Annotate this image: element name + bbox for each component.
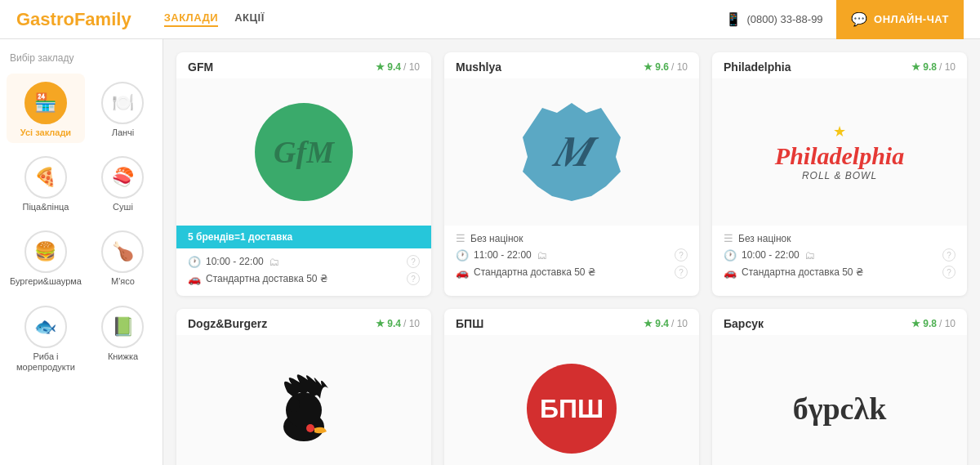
card-philadelphia-delivery: Стандартна доставка 50 ₴ bbox=[742, 266, 863, 278]
sidebar-item-pizza[interactable]: 🍕 Піца&пінца bbox=[7, 148, 85, 217]
card-philadelphia[interactable]: Philadelphia ★ 9.8 / 10 ★ Philadelphia R… bbox=[712, 52, 967, 296]
star-icon: ★ bbox=[376, 61, 385, 73]
card-bpsh-rating: ★ 9.4 / 10 bbox=[644, 318, 688, 329]
card-mushlya-delivery: Стандартна доставка 50 ₴ bbox=[474, 266, 595, 278]
card-philadelphia-hours: 10:00 - 22:00 bbox=[742, 249, 800, 261]
clock-icon: 🕐 bbox=[188, 256, 201, 268]
fish-icon: 🐟 bbox=[24, 306, 67, 348]
star-icon: ★ bbox=[911, 61, 920, 73]
card-gfm[interactable]: GFM ★ 9.4 / 10 GfM 5 брендів=1 доставка … bbox=[176, 52, 431, 296]
all-icon: 🏪 bbox=[24, 82, 67, 124]
card-bpsh-logo: БПШ bbox=[444, 335, 699, 465]
pizza-icon: 🍕 bbox=[24, 156, 67, 199]
card-icon: 🗂 bbox=[804, 249, 815, 262]
sidebar-item-meat[interactable]: 🍗 М'ясо bbox=[90, 222, 156, 292]
card-bpsh-name: БПШ bbox=[456, 317, 483, 330]
svg-point-2 bbox=[288, 396, 300, 413]
philadelphia-logo-mark: ★ Philadelphia ROLL & BOWL bbox=[775, 123, 904, 181]
burger-label: Бургери&шаурма bbox=[10, 276, 82, 287]
card-philadelphia-surcharge: Без націнок bbox=[738, 233, 791, 244]
card-mushlya-name: Mushlya bbox=[456, 60, 501, 74]
card-philadelphia-info: ☰ Без націнок 🕐 10:00 - 22:00 🗂 ? 🚗 Стан… bbox=[712, 226, 967, 289]
card-dogz-logo bbox=[176, 335, 431, 465]
card-gfm-hours: 10:00 - 22:00 bbox=[206, 256, 264, 267]
sidebar-item-all[interactable]: 🏪 Усі заклади bbox=[7, 74, 85, 143]
card-philadelphia-surcharge-row: ☰ Без націнок bbox=[724, 232, 956, 244]
lunch-icon: 🍽️ bbox=[101, 82, 144, 124]
card-mushlya-header: Mushlya ★ 9.6 / 10 bbox=[444, 52, 699, 78]
card-icon: 🗂 bbox=[537, 249, 547, 262]
book-label: Книжка bbox=[108, 351, 138, 362]
card-mushlya[interactable]: Mushlya ★ 9.6 / 10 𝑴 ☰ Без націнок bbox=[444, 52, 699, 296]
delivery-icon: 🚗 bbox=[188, 273, 201, 285]
card-philadelphia-header: Philadelphia ★ 9.8 / 10 bbox=[712, 52, 967, 78]
star-icon: ★ bbox=[644, 61, 653, 73]
card-gfm-info: 🕐 10:00 - 22:00 🗂 ? 🚗 Стандартна доставк… bbox=[176, 248, 431, 296]
book-icon: 📗 bbox=[101, 306, 144, 348]
star-icon: ★ bbox=[911, 318, 920, 329]
header: GastroFamily ЗАКЛАДИ АКЦІЇ 📱 (0800) 33-8… bbox=[0, 0, 980, 39]
logo-family: Family bbox=[74, 9, 131, 29]
card-philadelphia-hours-row: 🕐 10:00 - 22:00 🗂 ? bbox=[724, 248, 956, 262]
header-right: 📱 (0800) 33-88-99 💬 ОНЛАЙН-ЧАТ bbox=[725, 0, 964, 39]
card-gfm-logo: GfM bbox=[176, 78, 431, 226]
logo[interactable]: GastroFamily bbox=[16, 9, 131, 30]
card-gfm-hours-row: 🕐 10:00 - 22:00 🗂 ? bbox=[188, 255, 420, 268]
question-icon: ? bbox=[407, 255, 420, 268]
card-barsuk-name: Барсук bbox=[724, 317, 764, 330]
card-bpsh[interactable]: БПШ ★ 9.4 / 10 БПШ bbox=[444, 309, 699, 465]
card-gfm-rating: ★ 9.4 / 10 bbox=[376, 61, 420, 73]
sidebar-item-book[interactable]: 📗 Книжка bbox=[90, 297, 156, 378]
lunch-label: Ланчі bbox=[112, 127, 135, 138]
sidebar-item-sushi[interactable]: 🍣 Суші bbox=[90, 148, 156, 217]
card-barsuk-header: Барсук ★ 9.8 / 10 bbox=[712, 309, 967, 335]
meat-icon: 🍗 bbox=[101, 230, 144, 273]
question-icon: ? bbox=[942, 248, 956, 262]
mushlya-logo-mark: 𝑴 bbox=[523, 103, 621, 201]
all-label: Усі заклади bbox=[20, 127, 71, 138]
card-mushlya-surcharge-row: ☰ Без націнок bbox=[456, 232, 688, 244]
nav-tab-akcii[interactable]: АКЦІЇ bbox=[234, 11, 265, 27]
card-mushlya-delivery-row: 🚗 Стандартна доставка 50 ₴ ? bbox=[456, 266, 688, 279]
pizza-label: Піца&пінца bbox=[22, 202, 69, 212]
list-icon: ☰ bbox=[456, 232, 466, 244]
sushi-icon: 🍣 bbox=[101, 156, 144, 199]
sushi-label: Суші bbox=[113, 202, 133, 212]
phone-icon: 📱 bbox=[725, 11, 742, 27]
burger-icon: 🍔 bbox=[24, 230, 67, 273]
phone-number: (0800) 33-88-99 bbox=[746, 13, 822, 25]
list-icon: ☰ bbox=[724, 232, 733, 244]
card-mushlya-logo: 𝑴 bbox=[444, 78, 699, 226]
delivery-question-icon: ? bbox=[675, 266, 688, 279]
card-philadelphia-logo: ★ Philadelphia ROLL & BOWL bbox=[712, 78, 967, 226]
card-gfm-header: GFM ★ 9.4 / 10 bbox=[176, 52, 431, 78]
logo-gastro: Gastro bbox=[16, 9, 74, 29]
card-gfm-name: GFM bbox=[188, 60, 213, 74]
chat-icon: 💬 bbox=[851, 11, 868, 27]
card-bpsh-header: БПШ ★ 9.4 / 10 bbox=[444, 309, 699, 335]
cards-grid: GFM ★ 9.4 / 10 GfM 5 брендів=1 доставка … bbox=[176, 52, 967, 465]
sidebar-item-burger[interactable]: 🍔 Бургери&шаурма bbox=[7, 222, 85, 292]
question-icon: ? bbox=[675, 248, 688, 262]
dogz-svg bbox=[263, 368, 345, 449]
card-gfm-badge: 5 брендів=1 доставка bbox=[176, 226, 431, 248]
card-mushlya-hours-row: 🕐 11:00 - 22:00 🗂 ? bbox=[456, 248, 688, 262]
online-chat-button[interactable]: 💬 ОНЛАЙН-ЧАТ bbox=[836, 0, 964, 39]
card-barsuk-rating: ★ 9.8 / 10 bbox=[911, 318, 956, 329]
nav-tab-zaklady[interactable]: ЗАКЛАДИ bbox=[164, 11, 219, 27]
card-barsuk[interactable]: Барсук ★ 9.8 / 10 бγрсλk bbox=[712, 309, 967, 465]
sidebar-item-lunch[interactable]: 🍽️ Ланчі bbox=[90, 74, 156, 143]
star-icon: ★ bbox=[376, 318, 385, 329]
meat-label: М'ясо bbox=[111, 276, 135, 287]
sidebar-item-fish[interactable]: 🐟 Риба і морепродукти bbox=[7, 297, 85, 378]
philly-sub-text: ROLL & BOWL bbox=[802, 170, 877, 181]
phone-block: 📱 (0800) 33-88-99 bbox=[725, 11, 822, 27]
philly-text: Philadelphia bbox=[775, 142, 904, 170]
card-mushlya-hours: 11:00 - 22:00 bbox=[474, 249, 532, 261]
delivery-question-icon: ? bbox=[407, 272, 420, 285]
card-gfm-delivery: Стандартна доставка 50 ₴ bbox=[206, 273, 327, 284]
delivery-icon: 🚗 bbox=[724, 266, 737, 279]
star-icon: ★ bbox=[644, 318, 653, 329]
card-dogz[interactable]: Dogz&Burgerz ★ 9.4 / 10 bbox=[176, 309, 431, 465]
content-area: GFM ★ 9.4 / 10 GfM 5 брендів=1 доставка … bbox=[163, 39, 980, 465]
